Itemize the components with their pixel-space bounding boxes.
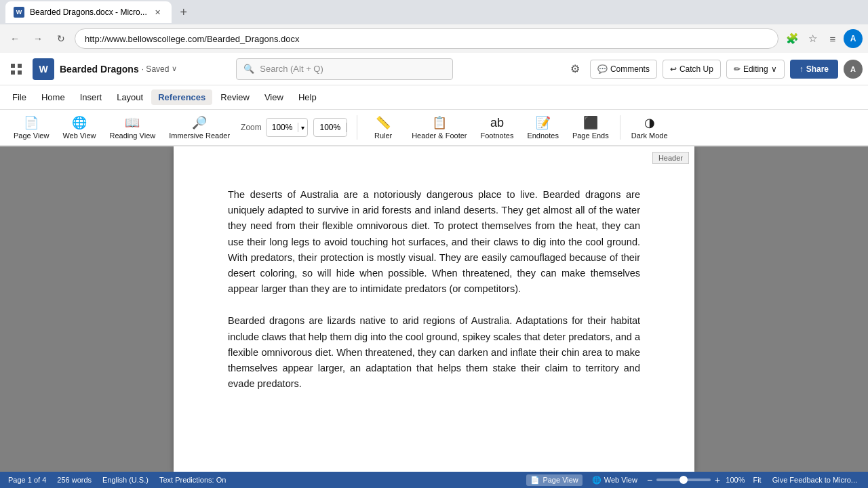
ruler-label: Ruler [374,131,392,140]
tab-favicon: W [14,7,24,18]
web-view-icon: 🌐 [72,115,87,130]
status-web-view-button[interactable]: 🌐 Web View [588,474,642,486]
word-logo[interactable]: W [33,58,54,80]
zoom-text: Zoom [241,123,262,132]
zoom-value: 100% [267,123,299,132]
app-bar-right: ⚙ 💬 Comments ↩ Catch Up ✏ Editing ∨ ↑ Sh… [566,60,863,79]
address-input[interactable] [75,28,778,49]
header-footer-button[interactable]: 📋 Header & Footer [406,112,472,143]
new-tab-button[interactable]: + [174,3,193,22]
editing-button[interactable]: ✏ Editing ∨ [726,60,785,79]
settings-button[interactable]: ⚙ [566,60,585,79]
paragraph-1[interactable]: The deserts of Australia are a notorious… [228,187,640,297]
app-search[interactable]: 🔍 Search (Alt + Q) [236,58,453,80]
tab-close-button[interactable]: ✕ [153,7,163,18]
immersive-reader-label: Immersive Reader [169,131,230,140]
reading-view-button[interactable]: 📖 Reading View [104,112,161,143]
header-label[interactable]: Header [652,152,689,164]
comments-label: Comments [610,64,650,74]
text-predictions: Text Predictions: On [159,476,226,484]
app-grid-button[interactable] [5,58,27,80]
svg-rect-2 [11,70,15,75]
header-footer-label: Header & Footer [412,131,467,140]
reading-view-icon: 📖 [125,115,140,130]
menu-references[interactable]: References [151,89,212,105]
zoom-percent: 100% [314,123,347,132]
menu-layout[interactable]: Layout [110,89,150,105]
fit-button[interactable]: Fit [750,475,764,485]
status-right: 📄 Page View 🌐 Web View − + 100% Fit Give… [526,474,860,486]
menu-home[interactable]: Home [35,89,72,105]
status-left: Page 1 of 4 256 words English (U.S.) Tex… [8,476,226,484]
search-placeholder: Search (Alt + Q) [260,64,323,74]
reading-view-label: Reading View [110,131,156,140]
immersive-reader-button[interactable]: 🔎 Immersive Reader [163,112,235,143]
page-ends-button[interactable]: ⬛ Page Ends [567,112,614,143]
menu-file[interactable]: File [5,89,33,105]
browser-tab[interactable]: W Bearded Dragons.docx - Micro... ✕ [5,1,172,23]
share-button[interactable]: ↑ Share [790,60,838,79]
ribbon-separator-1 [357,115,357,140]
endnotes-icon: 📝 [536,115,551,130]
status-web-view-icon: 🌐 [592,476,601,485]
status-page-view-icon: 📄 [530,476,540,485]
back-button[interactable]: ← [5,29,24,48]
menu-review[interactable]: Review [214,89,256,105]
page-view-label: Page View [14,131,49,140]
zoom-percent-group[interactable]: 100% [313,118,347,137]
dark-mode-button[interactable]: ◑ Dark Mode [626,112,673,143]
footnotes-icon: ab [490,116,504,130]
paragraph-2[interactable]: Bearded dragons are lizards native to ar… [228,313,640,392]
app-bar: W Bearded Dragons · Saved ∨ 🔍 Search (Al… [0,53,868,85]
zoom-dropdown[interactable]: ▾ [298,124,307,131]
web-view-button[interactable]: 🌐 Web View [57,112,101,143]
refresh-button[interactable]: ↻ [52,29,71,48]
svg-rect-1 [18,64,22,68]
catchup-button[interactable]: ↩ Catch Up [663,60,721,79]
app-user-avatar[interactable]: A [844,60,863,79]
header-footer-icon: 📋 [432,115,447,130]
page-view-icon: 📄 [24,115,39,130]
feedback-button[interactable]: Give Feedback to Micro... [770,475,860,485]
page-canvas: Header The deserts of Australia are a no… [174,146,694,472]
menu-view[interactable]: View [258,89,290,105]
zoom-minus-button[interactable]: − [647,474,652,485]
endnotes-button[interactable]: 📝 Endnotes [521,112,564,143]
comments-button[interactable]: 💬 Comments [590,60,657,79]
dark-mode-label: Dark Mode [631,131,668,140]
collections-button[interactable]: ≡ [823,29,842,48]
catchup-label: Catch Up [679,64,713,74]
menu-bar: File Home Insert Layout References Revie… [0,85,868,110]
editing-dropdown-icon: ∨ [771,64,777,74]
editing-label: Editing [743,64,768,74]
endnotes-label: Endnotes [527,131,558,140]
status-page-view-label: Page View [542,476,578,484]
page-info: Page 1 of 4 [8,476,46,484]
doc-title-area: Bearded Dragons · Saved ∨ [60,64,177,75]
svg-rect-3 [18,70,22,75]
status-page-view-button[interactable]: 📄 Page View [526,474,582,486]
zoom-slider[interactable] [656,479,711,481]
ribbon-separator-2 [620,115,620,140]
zoom-thumb [679,476,688,484]
favorites-button[interactable]: ☆ [803,29,822,48]
dark-mode-icon: ◑ [644,115,655,130]
doc-area: Header The deserts of Australia are a no… [0,146,868,472]
zoom-group[interactable]: 100% ▾ [266,118,309,137]
title-dropdown[interactable]: ∨ [172,64,177,73]
extensions-button[interactable]: 🧩 [783,29,802,48]
ruler-button[interactable]: 📏 Ruler [363,112,403,143]
status-web-view-label: Web View [604,476,637,484]
status-bar: Page 1 of 4 256 words English (U.S.) Tex… [0,472,868,488]
forward-button[interactable]: → [28,29,47,48]
menu-help[interactable]: Help [292,89,323,105]
ribbon: 📄 Page View 🌐 Web View 📖 Reading View 🔎 … [0,110,868,146]
page-view-button[interactable]: 📄 Page View [8,112,54,143]
profile-avatar[interactable]: A [844,29,863,48]
footnotes-button[interactable]: ab Footnotes [475,112,519,143]
immersive-reader-icon: 🔎 [192,115,207,130]
saved-badge: · Saved [142,64,170,74]
zoom-plus-button[interactable]: + [715,474,720,485]
catchup-icon: ↩ [670,64,677,74]
menu-insert[interactable]: Insert [73,89,109,105]
